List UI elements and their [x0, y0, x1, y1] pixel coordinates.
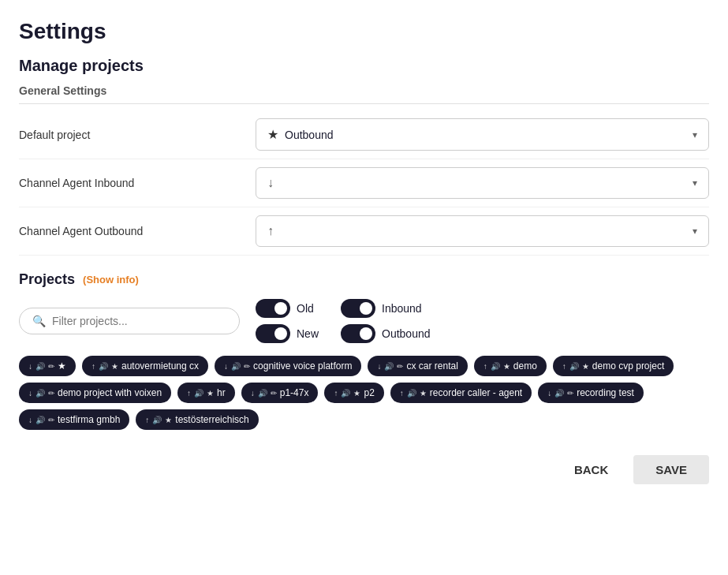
tag-icon: ★: [420, 389, 427, 398]
tag-icon: 🔊: [384, 362, 394, 371]
show-info-button[interactable]: (Show info): [83, 274, 139, 286]
tag-icon: ★: [207, 389, 214, 398]
star-icon: ★: [267, 127, 278, 142]
tag-cx-car-rental[interactable]: ↓🔊✏cx car rental: [368, 356, 467, 376]
tag-label: demo project with voixen: [58, 387, 162, 398]
tag-icon: 🔊: [99, 362, 108, 371]
tag-label: demo cvp project: [592, 360, 664, 372]
tag-icon: 🔊: [35, 416, 45, 424]
tag-icon: 🔊: [231, 362, 241, 371]
toggle-inbound[interactable]: [341, 299, 375, 318]
tag-icon: ✏: [271, 389, 277, 398]
footer-row: BACK SAVE: [19, 446, 709, 484]
toggle-old[interactable]: [256, 299, 290, 318]
channel-inbound-label: Channel Agent Inbound: [19, 177, 256, 189]
tag-icon: ✏: [397, 362, 403, 371]
tags-area: ↓🔊✏★↑🔊★autovermietung cx↓🔊✏cognitive voi…: [19, 356, 709, 430]
toggle-outbound-label: Outbound: [382, 327, 431, 340]
tag-icon: 🔊: [491, 362, 500, 371]
tag-p1-47x[interactable]: ↓🔊✏p1-47x: [241, 383, 319, 403]
tag-icon: ↑: [187, 389, 191, 398]
tag-icon: ★: [503, 362, 510, 371]
channel-outbound-label: Channel Agent Outbound: [19, 225, 256, 237]
tag-demo[interactable]: ↑🔊★demo: [474, 356, 547, 376]
toggle-inbound-label: Inbound: [382, 302, 422, 315]
tag-icon: ↓: [547, 389, 551, 398]
projects-title: Projects: [19, 271, 75, 288]
tag-label: testösterreichisch: [175, 414, 248, 425]
tag-icon: 🔊: [194, 389, 203, 398]
tag-icon: ✏: [567, 389, 573, 398]
default-project-select[interactable]: ★ Outbound ▾: [256, 118, 709, 151]
tag-recording-test[interactable]: ↓🔊✏recording test: [538, 383, 644, 403]
tag-testfirma-gmbh[interactable]: ↓🔊✏testfirma gmbh: [19, 409, 129, 430]
tag-testoesterreichisch[interactable]: ↑🔊★testösterreichisch: [136, 409, 258, 430]
page-subtitle: Manage projects: [19, 57, 709, 75]
search-input[interactable]: [52, 315, 226, 327]
channel-outbound-dropdown[interactable]: ↑ ▾: [256, 215, 709, 247]
toggle-group-right: Inbound Outbound: [341, 299, 431, 343]
channel-inbound-select[interactable]: ↓ ▾: [256, 167, 709, 199]
default-project-dropdown[interactable]: ★ Outbound ▾: [256, 118, 709, 151]
tag-recorder-caller-agent[interactable]: ↑🔊★recorder caller - agent: [390, 383, 532, 403]
tag-icon: 🔊: [407, 389, 416, 398]
chevron-down-icon-3: ▾: [693, 226, 697, 237]
tag-cognitive-voice-platform[interactable]: ↓🔊✏cognitive voice platform: [215, 356, 361, 376]
tag-icon: ★: [353, 389, 360, 398]
tag-label: ★: [58, 360, 66, 372]
arrow-down-icon: ↓: [267, 176, 274, 190]
tag-icon: ✏: [244, 362, 250, 371]
tag-p2[interactable]: ↑🔊★p2: [324, 383, 383, 403]
tag-icon: ↓: [28, 362, 32, 371]
projects-header: Projects (Show info): [19, 271, 709, 288]
search-box[interactable]: 🔍: [19, 308, 240, 334]
tag-icon: 🔊: [35, 362, 45, 371]
tag-icon: 🔊: [554, 389, 564, 398]
toggle-old-item: Old: [256, 299, 319, 318]
tag-icon: 🔊: [341, 389, 350, 398]
tag-label: p1-47x: [280, 387, 309, 398]
tag-icon: ↓: [251, 389, 255, 398]
default-project-row: Default project ★ Outbound ▾: [19, 110, 709, 159]
tag-icon: ★: [165, 416, 172, 424]
save-button[interactable]: SAVE: [633, 455, 709, 484]
tag-icon: ↑: [91, 362, 95, 371]
tag-label: hr: [217, 387, 226, 398]
chevron-down-icon: ▾: [693, 129, 697, 140]
tag-icon: ✏: [48, 362, 54, 371]
back-button[interactable]: BACK: [558, 455, 624, 484]
arrow-up-icon: ↑: [267, 224, 274, 238]
toggles-area: Old New Inbound Outbound: [256, 299, 431, 343]
toggle-group-left: Old New: [256, 299, 319, 343]
tag-icon: ★: [582, 362, 589, 371]
projects-controls: 🔍 Old New Inbound Outbound: [19, 299, 709, 343]
tag-icon: ✏: [48, 416, 54, 424]
channel-outbound-select[interactable]: ↑ ▾: [256, 215, 709, 247]
channel-outbound-row: Channel Agent Outbound ↑ ▾: [19, 207, 709, 256]
tag-demo-cvp-project[interactable]: ↑🔊★demo cvp project: [553, 356, 674, 376]
tag-label: autovermietung cx: [121, 360, 199, 372]
tag-demo-project-with-voixen[interactable]: ↓🔊✏demo project with voixen: [19, 383, 171, 403]
tag-icon: ↑: [400, 389, 404, 398]
tag-icon: ↓: [28, 416, 32, 424]
toggle-outbound[interactable]: [341, 324, 375, 343]
tag-hr[interactable]: ↑🔊★hr: [177, 383, 235, 403]
tag-icon: 🔊: [152, 416, 162, 424]
default-project-label: Default project: [19, 129, 256, 141]
tag-label: demo: [513, 360, 537, 372]
toggle-new-label: New: [297, 327, 319, 340]
toggle-old-label: Old: [297, 302, 314, 315]
tag-label: testfirma gmbh: [58, 414, 120, 425]
channel-inbound-row: Channel Agent Inbound ↓ ▾: [19, 159, 709, 207]
tag-label: cx car rental: [406, 360, 457, 372]
channel-inbound-dropdown[interactable]: ↓ ▾: [256, 167, 709, 199]
tag-label: p2: [364, 387, 374, 398]
tag-icon: ↓: [224, 362, 228, 371]
tag-icon: ✏: [48, 389, 54, 398]
toggle-new-item: New: [256, 324, 319, 343]
toggle-new[interactable]: [256, 324, 290, 343]
tag-unnamed1[interactable]: ↓🔊✏★: [19, 356, 76, 376]
tag-label: recorder caller - agent: [430, 387, 522, 398]
page-title: Settings: [19, 19, 709, 44]
tag-autovermietung-cx[interactable]: ↑🔊★autovermietung cx: [82, 356, 208, 376]
